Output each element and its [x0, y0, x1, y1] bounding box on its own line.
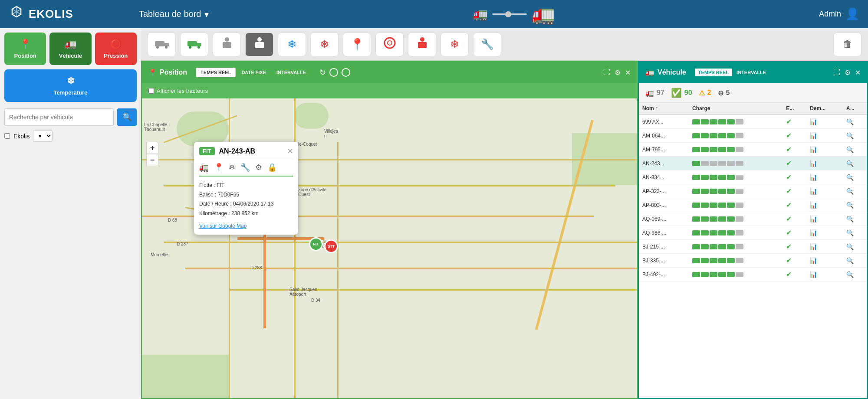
table-row[interactable]: AN-834...✔📊🔍 [639, 170, 867, 184]
table-row[interactable]: AP-803-...✔📊🔍 [639, 198, 867, 212]
search-row-icon[interactable]: 🔍 [846, 257, 854, 264]
nav-menu[interactable]: Tableau de bord ▾ [139, 9, 209, 20]
chart-cell[interactable]: 📊 [806, 129, 843, 143]
search-cell[interactable]: 🔍 [843, 129, 867, 143]
search-row-icon[interactable]: 🔍 [846, 174, 854, 181]
toolbar-btn-tire-red[interactable] [375, 33, 404, 56]
search-cell[interactable]: 🔍 [843, 226, 867, 240]
vehicle-table[interactable]: Nom ↑ Charge E... Dem... A... 699 AX...✔… [639, 103, 867, 387]
table-row[interactable]: BJ-335-...✔📊🔍 [639, 254, 867, 268]
chart-cell[interactable]: 📊 [806, 198, 843, 212]
search-row-icon[interactable]: 🔍 [846, 216, 854, 222]
search-cell[interactable]: 🔍 [843, 143, 867, 157]
toolbar-btn-truck-green[interactable] [180, 33, 208, 56]
vehicle-fullscreen-icon[interactable]: ⛶ [833, 69, 840, 77]
search-row-icon[interactable]: 🔍 [846, 243, 854, 250]
bar-chart-icon[interactable]: 📊 [810, 160, 817, 167]
popup-close-button[interactable]: ✕ [287, 147, 293, 155]
col-e[interactable]: E... [783, 103, 806, 114]
pression-button[interactable]: ⭕ Pression [95, 33, 137, 65]
popup-lock-icon[interactable]: 🔒 [267, 163, 277, 172]
vehicle-marker-fit[interactable]: FIT [309, 237, 323, 251]
user-icon[interactable]: 👤 [845, 7, 859, 21]
vehicle-tab-realtime[interactable]: TEMPS RÉEL [695, 69, 732, 76]
search-row-icon[interactable]: 🔍 [846, 146, 854, 153]
search-input[interactable] [4, 108, 114, 126]
chart-cell[interactable]: 📊 [806, 114, 843, 129]
tractors-checkbox[interactable] [148, 88, 154, 94]
tab-interval[interactable]: INTERVALLE [272, 68, 311, 77]
slider-handle[interactable] [505, 11, 511, 17]
table-row[interactable]: AN-243...✔📊🔍 [639, 157, 867, 170]
table-row[interactable]: BJ-492-...✔📊🔍 [639, 268, 867, 281]
table-row[interactable]: BJ-215-...✔📊🔍 [639, 240, 867, 254]
search-cell[interactable]: 🔍 [843, 240, 867, 254]
bar-chart-icon[interactable]: 📊 [810, 188, 817, 195]
popup-snow-icon[interactable]: ❄ [229, 163, 235, 172]
chart-cell[interactable]: 📊 [806, 143, 843, 157]
popup-wrench-icon[interactable]: 🔧 [240, 163, 250, 172]
bar-chart-icon[interactable]: 📊 [810, 174, 817, 181]
toolbar-btn-snow2-red[interactable]: ❄ [441, 33, 469, 56]
vehicle-tab-interval[interactable]: INTERVALLE [733, 69, 769, 76]
chart-cell[interactable]: 📊 [806, 268, 843, 281]
bar-chart-icon[interactable]: 📊 [810, 202, 817, 209]
search-row-icon[interactable]: 🔍 [846, 188, 854, 195]
search-cell[interactable]: 🔍 [843, 268, 867, 281]
bar-chart-icon[interactable]: 📊 [810, 257, 817, 264]
google-map-link[interactable]: Voir sur Google Map [199, 223, 247, 229]
search-cell[interactable]: 🔍 [843, 212, 867, 226]
close-icon[interactable]: ✕ [625, 69, 631, 77]
tab-realtime[interactable]: TEMPS RÉEL [196, 68, 236, 77]
popup-truck-icon[interactable]: 🚛 [199, 163, 209, 172]
settings-icon[interactable]: ⚙ [615, 69, 621, 77]
bar-chart-icon[interactable]: 📊 [810, 271, 817, 278]
vehicle-marker-stt[interactable]: STT [324, 239, 338, 253]
vehicle-settings-icon[interactable]: ⚙ [845, 69, 851, 77]
fullscreen-icon[interactable]: ⛶ [603, 69, 610, 77]
vehicle-close-icon[interactable]: ✕ [855, 69, 861, 77]
bar-chart-icon[interactable]: 📊 [810, 132, 817, 139]
bar-chart-icon[interactable]: 📊 [810, 146, 817, 153]
search-cell[interactable]: 🔍 [843, 114, 867, 129]
chart-cell[interactable]: 📊 [806, 170, 843, 184]
chart-cell[interactable]: 📊 [806, 254, 843, 268]
refresh-icon[interactable]: ↻ [319, 68, 326, 77]
vehicle-button[interactable]: 🚛 Véhicule [49, 33, 91, 65]
zoom-out-button[interactable]: − [146, 154, 158, 166]
toolbar-btn-snow-blue[interactable]: ❄ [278, 33, 306, 56]
col-dem[interactable]: Dem... [806, 103, 843, 114]
bar-chart-icon[interactable]: 📊 [810, 243, 817, 250]
table-row[interactable]: AP-323-...✔📊🔍 [639, 184, 867, 198]
chart-cell[interactable]: 📊 [806, 184, 843, 198]
position-button[interactable]: 📍 Position [4, 33, 46, 65]
toolbar-btn-snow-red[interactable]: ❄ [310, 33, 339, 56]
toolbar-btn-weight-gray[interactable] [213, 33, 241, 56]
toolbar-btn-truck-gray[interactable] [148, 33, 176, 56]
search-cell[interactable]: 🔍 [843, 198, 867, 212]
map-body[interactable]: D 68 D 287 D 288 D 34 La Chapelle-Thouar… [142, 98, 637, 398]
search-row-icon[interactable]: 🔍 [846, 118, 854, 125]
zoom-in-button[interactable]: + [146, 142, 158, 154]
bar-chart-icon[interactable]: 📊 [810, 229, 817, 236]
chart-cell[interactable]: 📊 [806, 157, 843, 170]
search-cell[interactable]: 🔍 [843, 184, 867, 198]
temperature-button[interactable]: ❄ Température [4, 69, 137, 102]
table-row[interactable]: 699 AX...✔📊🔍 [639, 114, 867, 129]
toolbar-btn-trash[interactable]: 🗑 [833, 33, 861, 56]
search-row-icon[interactable]: 🔍 [846, 160, 854, 167]
chart-cell[interactable]: 📊 [806, 240, 843, 254]
search-button[interactable]: 🔍 [117, 108, 137, 126]
search-row-icon[interactable]: 🔍 [846, 132, 854, 139]
toolbar-btn-pin-red[interactable]: 📍 [343, 33, 371, 56]
table-row[interactable]: AM-795...✔📊🔍 [639, 143, 867, 157]
col-a[interactable]: A... [843, 103, 867, 114]
col-charge[interactable]: Charge [689, 103, 783, 114]
fleet-dropdown[interactable]: ▾ [33, 130, 53, 142]
toolbar-btn-wrench-orange[interactable]: 🔧 [473, 33, 501, 56]
search-cell[interactable]: 🔍 [843, 254, 867, 268]
table-row[interactable]: AQ-986-...✔📊🔍 [639, 226, 867, 240]
table-row[interactable]: AQ-069-...✔📊🔍 [639, 212, 867, 226]
col-name[interactable]: Nom ↑ [639, 103, 689, 114]
chart-cell[interactable]: 📊 [806, 226, 843, 240]
